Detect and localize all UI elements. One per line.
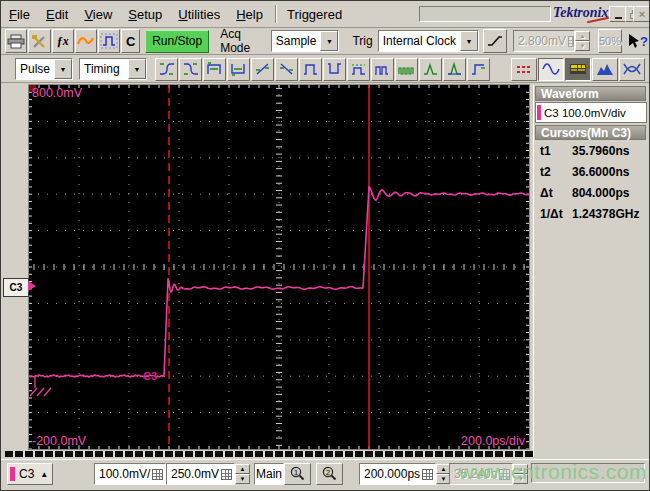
meas-fall-slew-button[interactable] <box>275 58 298 81</box>
channel-select-button[interactable]: C3 ▲ <box>7 463 53 485</box>
meas-neg-pulse-button[interactable] <box>323 58 346 81</box>
meas-neg-glitch-button[interactable] <box>443 58 466 81</box>
channel-color-bar <box>537 105 541 120</box>
zoom2-button[interactable]: 2 <box>316 463 343 485</box>
readout-panel: Waveform C3 100.0mV/div Cursors(Mn C3) t… <box>533 85 648 457</box>
keypad-icon[interactable] <box>499 469 510 480</box>
close-button[interactable]: × <box>633 6 650 22</box>
eye-diagram-icon <box>623 62 641 76</box>
menu-help[interactable]: Help <box>228 4 271 25</box>
keypad-icon[interactable] <box>422 469 433 480</box>
magnifier-1-icon: 1 <box>289 466 307 483</box>
menu-file[interactable]: File <box>1 4 38 25</box>
tools-button[interactable] <box>28 29 50 53</box>
chevron-down-icon[interactable]: ▼ <box>460 31 478 51</box>
printer-icon <box>7 34 25 49</box>
trigger-slope-button[interactable] <box>483 29 507 53</box>
meas-pos-pulse-button[interactable] <box>299 58 322 81</box>
trigger-source-select[interactable]: Internal Clock ▼ <box>378 30 479 52</box>
measure-group-select[interactable]: Timing ▼ <box>79 58 147 80</box>
spin-down-icon: ▼ <box>513 474 528 484</box>
wave-icon <box>77 34 94 48</box>
measure-category-select[interactable]: Pulse ▼ <box>15 58 73 80</box>
c-button[interactable]: C <box>121 29 140 53</box>
horizontal-position-field[interactable]: 35.240n ▲▼ <box>449 463 528 485</box>
cursors-icon <box>515 62 533 76</box>
display-waveform-button[interactable] <box>538 58 564 81</box>
timebase-mode-label: Main <box>254 463 284 485</box>
display-histogram-button[interactable] <box>592 58 618 81</box>
keypad-icon[interactable] <box>221 469 232 480</box>
bottombar-blank-panel <box>531 463 645 483</box>
trig-label: Trig <box>347 34 377 48</box>
display-eye-diagram-button[interactable] <box>619 58 645 81</box>
print-button[interactable] <box>5 29 27 53</box>
meas-fall-time-button[interactable] <box>179 58 202 81</box>
menu-edit[interactable]: Edit <box>38 4 76 25</box>
channel-position-marker[interactable]: C3 <box>3 278 29 297</box>
meas-rise-slew-button[interactable] <box>251 58 274 81</box>
waveform-tool-button[interactable] <box>75 29 97 53</box>
meas-pos-glitch-button[interactable] <box>419 58 442 81</box>
chevron-down-icon[interactable]: ▼ <box>128 59 146 79</box>
trigger-level-spinner[interactable]: ▲ ▼ <box>575 31 590 51</box>
chevron-down-icon[interactable]: ▼ <box>320 31 338 51</box>
menu-utilities[interactable]: Utilities <box>170 4 228 25</box>
pulse-tool-button[interactable] <box>98 29 120 53</box>
c-icon: C <box>126 34 135 49</box>
meas-double-pulse-button[interactable] <box>371 58 394 81</box>
tektronix-logo: Tektronix <box>553 5 609 21</box>
meas-runt-button[interactable] <box>347 58 370 81</box>
vertical-offset-spinner[interactable]: ▲▼ <box>235 464 250 484</box>
meas-timeout-button[interactable] <box>467 58 490 81</box>
horizontal-position-spinner[interactable]: ▲▼ <box>513 464 528 484</box>
horizontal-scale-field[interactable]: 200.000ps ▲▼ <box>359 463 451 485</box>
context-help-button[interactable]: ? <box>627 33 649 50</box>
channel-color-bar <box>10 467 15 481</box>
keypad-icon[interactable] <box>568 36 574 47</box>
timebase-label: 200.0ps/div <box>461 434 525 448</box>
waveform-trace <box>29 187 529 377</box>
horizontal-tick-strip <box>5 451 539 457</box>
spin-down-icon: ▼ <box>235 474 250 484</box>
set-trigger-50pct-button[interactable]: 50% <box>598 29 622 53</box>
waveform-display[interactable]: C3 800.0mV -200.0mV 200.0ps/div <box>29 85 529 449</box>
svg-text:?: ? <box>640 34 648 49</box>
zoom1-button[interactable]: 1 <box>284 463 311 485</box>
cursor-t1-row: t135.7960ns <box>536 141 646 161</box>
acq-mode-select[interactable]: Sample ▼ <box>271 30 340 52</box>
math-fx-button[interactable]: ƒx <box>52 29 74 53</box>
main-toolbar: ƒx C Run/Stop Acq Mode Sample ▼ Trig Int… <box>1 28 649 55</box>
display-measurements-button[interactable] <box>565 58 591 81</box>
rising-edge-icon <box>486 34 504 48</box>
svg-text:2: 2 <box>325 467 329 476</box>
cursor-t2-row: t236.6000ns <box>536 162 646 182</box>
channel-readout[interactable]: C3 100.0mV/div <box>535 102 647 123</box>
tools-icon <box>31 34 47 49</box>
top-scale-label: 800.0mV <box>32 86 82 100</box>
keypad-icon[interactable] <box>152 469 163 480</box>
fx-icon: ƒx <box>57 34 69 49</box>
menu-setup[interactable]: Setup <box>120 4 170 25</box>
run-stop-button[interactable]: Run/Stop <box>145 30 209 53</box>
pulse-icon <box>100 33 118 49</box>
meas-burst-button[interactable] <box>395 58 418 81</box>
spin-down-icon: ▼ <box>575 41 590 51</box>
meas-pos-width-button[interactable] <box>203 58 226 81</box>
graticule: C3 <box>29 85 529 449</box>
vertical-offset-field[interactable]: 250.0mV ▲▼ <box>166 463 250 485</box>
histogram-icon <box>596 62 614 76</box>
display-cursors-button[interactable] <box>511 58 537 81</box>
meas-rise-time-button[interactable] <box>155 58 178 81</box>
menu-view[interactable]: View <box>76 4 120 25</box>
chevron-down-icon[interactable]: ▼ <box>54 59 72 79</box>
acq-mode-label: Acq Mode <box>215 27 271 55</box>
ground-reference-icon <box>30 376 51 396</box>
menu-separator <box>275 5 277 23</box>
trigger-level-field[interactable]: 2.800mV ▲ ▼ <box>513 30 590 52</box>
scope-application-window: File Edit View Setup Utilities Help Trig… <box>0 0 650 491</box>
triangle-up-icon: ▲ <box>40 470 48 479</box>
bottom-scale-label: -200.0mV <box>32 434 86 448</box>
menu-bar: File Edit View Setup Utilities Help Trig… <box>1 1 649 28</box>
meas-neg-width-button[interactable] <box>227 58 250 81</box>
